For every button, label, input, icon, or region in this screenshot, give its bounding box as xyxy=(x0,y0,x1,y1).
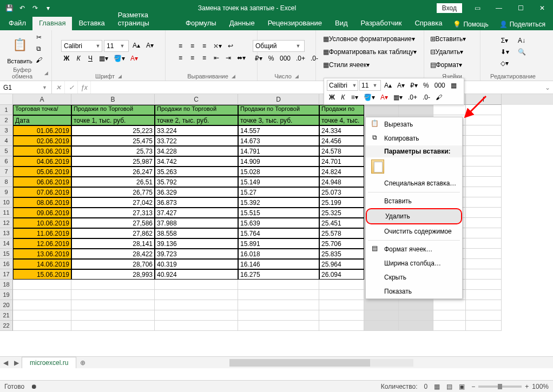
thousands-icon[interactable]: 000 xyxy=(278,53,293,64)
value-cell[interactable]: 36.329 xyxy=(155,187,238,197)
row-header[interactable]: 17 xyxy=(0,269,13,280)
cell[interactable] xyxy=(399,310,433,321)
cell[interactable] xyxy=(466,208,502,218)
row-header[interactable]: 3 xyxy=(0,125,13,136)
italic-button[interactable]: К xyxy=(73,53,84,64)
redo-icon[interactable]: ↷ xyxy=(29,2,41,14)
value-cell[interactable]: 25,73 xyxy=(71,146,155,156)
cell[interactable] xyxy=(364,105,399,115)
column-header-A[interactable]: A xyxy=(13,94,71,105)
cell-styles-button[interactable]: ▦ Стили ячеек ▾ xyxy=(321,59,418,70)
value-cell[interactable]: 25.325 xyxy=(319,208,364,218)
row-header[interactable]: 15 xyxy=(0,249,13,259)
mini-size-input[interactable] xyxy=(360,82,372,89)
value-cell[interactable]: 35.263 xyxy=(155,167,238,177)
copy-icon[interactable]: ⧉ xyxy=(34,43,44,54)
header-cell[interactable]: Дата xyxy=(13,115,71,125)
cell[interactable] xyxy=(466,280,502,290)
column-header-B[interactable]: B xyxy=(71,94,155,105)
zoom-in-icon[interactable]: + xyxy=(525,383,529,390)
cell[interactable] xyxy=(466,238,502,249)
cell[interactable] xyxy=(13,310,71,321)
align-dialog-launcher-icon[interactable]: ◢ xyxy=(232,74,235,79)
merge-center-icon[interactable]: ⬌▾ xyxy=(235,52,248,63)
paste-label[interactable]: Вставить xyxy=(7,58,32,64)
fill-color-icon[interactable]: 🪣▾ xyxy=(361,92,377,103)
macro-record-icon[interactable]: ⏺ xyxy=(31,383,37,390)
tab-review[interactable]: Рецензирование xyxy=(261,17,328,30)
wrap-text-icon[interactable]: ↩ xyxy=(225,41,236,51)
fx-icon[interactable]: ƒx xyxy=(78,81,91,94)
format-as-table-button[interactable]: ▦ Форматировать как таблицу ▾ xyxy=(321,46,419,57)
row-header[interactable]: 5 xyxy=(0,146,13,156)
cell[interactable] xyxy=(466,136,502,146)
value-cell[interactable]: 16.146 xyxy=(238,259,319,269)
bold-button[interactable]: Ж xyxy=(327,92,337,103)
value-cell[interactable]: 26.094 xyxy=(319,269,364,280)
view-pagelayout-icon[interactable]: ▤ xyxy=(446,383,452,390)
font-color-icon[interactable]: A▾ xyxy=(128,53,140,64)
format-cells-button[interactable]: ▤ Формат ▾ xyxy=(428,59,477,70)
align-middle-icon[interactable]: ≡ xyxy=(187,41,198,51)
bold-button[interactable]: Ж xyxy=(61,53,72,64)
chevron-down-icon[interactable]: ▼ xyxy=(94,43,102,49)
ctx-format-cells[interactable]: ▤Формат ячеек… xyxy=(366,242,462,256)
ribbon-options-icon[interactable]: ▭ xyxy=(466,0,488,16)
date-cell[interactable]: 04.06.2019 xyxy=(13,156,71,167)
expand-formula-bar-icon[interactable]: ⌄ xyxy=(542,81,553,94)
row-header[interactable]: 1 xyxy=(0,105,13,115)
cell[interactable] xyxy=(399,300,433,310)
sheet-tab[interactable]: microexcel.ru xyxy=(22,357,76,368)
tell-me[interactable]: 💡 Помощь xyxy=(449,18,492,30)
fill-color-icon[interactable]: 🪣▾ xyxy=(111,53,127,64)
cell[interactable] xyxy=(364,310,399,321)
cell[interactable] xyxy=(13,280,71,290)
value-cell[interactable]: 25.199 xyxy=(319,197,364,208)
select-all[interactable] xyxy=(0,94,13,105)
align-bottom-icon[interactable]: ≡ xyxy=(199,41,210,51)
value-cell[interactable]: 14.909 xyxy=(238,156,319,167)
thousands-icon[interactable]: 000 xyxy=(432,80,447,91)
row-header[interactable]: 14 xyxy=(0,238,13,249)
value-cell[interactable]: 39.723 xyxy=(155,249,238,259)
borders-icon[interactable]: ▦ xyxy=(449,80,459,91)
value-cell[interactable]: 24.456 xyxy=(319,136,364,146)
date-cell[interactable]: 12.06.2019 xyxy=(13,238,71,249)
number-dialog-launcher-icon[interactable]: ◢ xyxy=(295,74,299,79)
value-cell[interactable]: 28,141 xyxy=(71,238,155,249)
date-cell[interactable]: 07.06.2019 xyxy=(13,187,71,197)
row-header[interactable]: 16 xyxy=(0,259,13,269)
value-cell[interactable]: 15.392 xyxy=(238,197,319,208)
increase-font-icon[interactable]: A▴ xyxy=(130,40,142,51)
value-cell[interactable]: 37.988 xyxy=(155,218,238,228)
cell[interactable] xyxy=(238,310,319,321)
align-center-icon[interactable]: ≡ xyxy=(187,52,198,63)
cell[interactable] xyxy=(466,146,502,156)
value-cell[interactable]: 25.964 xyxy=(319,259,364,269)
font-dialog-launcher-icon[interactable]: ◢ xyxy=(118,74,122,79)
enter-formula-icon[interactable]: ✓ xyxy=(65,81,78,94)
share-button[interactable]: 👤 Поделиться xyxy=(495,18,550,30)
currency-icon[interactable]: ₽▾ xyxy=(253,53,265,64)
format-painter-icon[interactable]: 🖌 xyxy=(34,55,44,65)
cell[interactable] xyxy=(319,290,364,300)
row-header[interactable]: 4 xyxy=(0,136,13,146)
align-top-icon[interactable]: ≡ xyxy=(175,41,186,51)
sort-filter-icon[interactable]: A↓ xyxy=(516,35,528,46)
save-icon[interactable]: 💾 xyxy=(3,2,15,14)
cell[interactable] xyxy=(399,321,433,331)
cell[interactable] xyxy=(238,321,319,331)
cell[interactable] xyxy=(466,105,502,115)
font-name-combo[interactable]: ▼ xyxy=(61,40,102,52)
cell[interactable] xyxy=(466,228,502,238)
close-icon[interactable]: ✕ xyxy=(531,0,553,16)
cell[interactable] xyxy=(466,197,502,208)
cell[interactable] xyxy=(71,321,155,331)
cell[interactable] xyxy=(71,310,155,321)
value-cell[interactable]: 26,51 xyxy=(71,177,155,187)
cell[interactable] xyxy=(319,321,364,331)
fill-icon[interactable]: ⬇▾ xyxy=(498,46,511,57)
ctx-paste-special[interactable]: Специальная вставка… xyxy=(366,176,462,190)
row-header[interactable]: 8 xyxy=(0,177,13,187)
cell[interactable] xyxy=(155,300,238,310)
